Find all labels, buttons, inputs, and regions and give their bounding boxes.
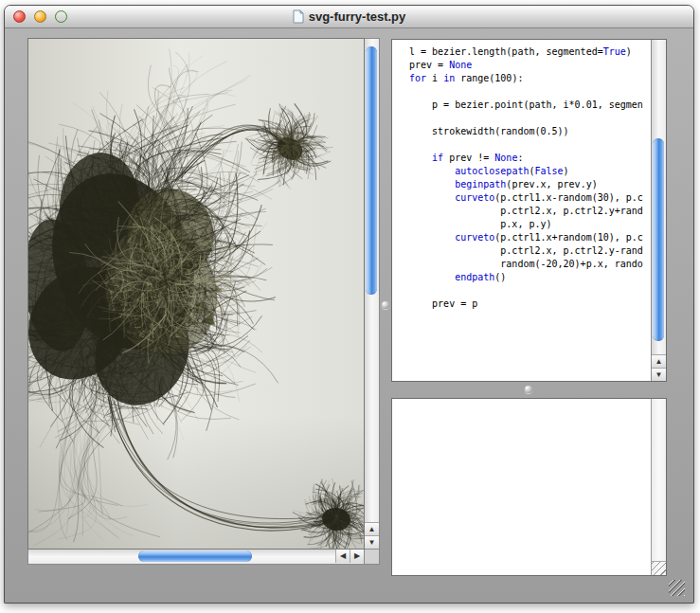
code-vscroll-thumb[interactable] — [653, 138, 664, 341]
code-editor[interactable]: l = bezier.length(path, segmented=True)p… — [392, 40, 651, 381]
output-console-pane — [391, 398, 667, 576]
code-line: for i in range(100): — [409, 72, 651, 85]
arrow-down-icon: ▼ — [368, 539, 376, 547]
artwork-view[interactable] — [27, 38, 365, 550]
canvas-vertical-scrollbar[interactable]: ▲ ▼ — [365, 38, 380, 550]
window-titlebar[interactable]: svg-furry-test.py — [5, 6, 693, 28]
window-title: svg-furry-test.py — [309, 9, 406, 24]
arrow-left-icon: ◀ — [340, 552, 346, 560]
arrow-down-icon: ▼ — [655, 371, 663, 379]
code-line: if prev != None: — [409, 152, 651, 165]
code-line: prev = None — [409, 59, 651, 72]
code-line: autoclosepath(False) — [409, 165, 651, 178]
code-line: endpath() — [409, 271, 651, 284]
pane-resize-grip[interactable] — [652, 561, 666, 575]
code-line — [409, 284, 651, 297]
artwork-canvas — [28, 39, 364, 549]
arrow-up-icon: ▲ — [655, 358, 663, 366]
code-line: p.ctrl2.x, p.ctrl2.y-rand — [409, 244, 651, 258]
code-vertical-scrollbar[interactable]: ▲ ▼ — [651, 40, 666, 381]
output-console[interactable] — [392, 399, 651, 575]
canvas-hscroll-buttons: ◀ ▶ — [335, 550, 364, 563]
code-line: curveto(p.ctrl1.x-random(30), p.c — [409, 191, 651, 205]
code-line: curveto(p.ctrl1.x+random(10), p.c — [409, 231, 651, 244]
document-icon — [293, 9, 304, 24]
canvas-vscroll-thumb[interactable] — [366, 46, 377, 295]
canvas-vscroll-buttons: ▲ ▼ — [365, 522, 379, 549]
code-line: beginpath(prev.x, prev.y) — [409, 178, 651, 191]
scroll-right-button[interactable]: ▶ — [350, 550, 364, 563]
scroll-down-button[interactable]: ▼ — [365, 535, 379, 549]
app-window: svg-furry-test.py ▲ ▼ ◀ ▶ — [4, 5, 694, 604]
canvas-hscroll-thumb[interactable] — [138, 550, 252, 562]
arrow-up-icon: ▲ — [368, 526, 376, 533]
window-title-group: svg-furry-test.py — [5, 6, 693, 27]
code-line: strokewidth(random(0.5)) — [409, 125, 651, 138]
output-vertical-scrollbar[interactable] — [651, 399, 666, 575]
scroll-up-button[interactable]: ▲ — [365, 522, 379, 535]
code-line: l = bezier.length(path, segmented=True) — [409, 45, 651, 59]
scrollbar-corner — [365, 550, 380, 565]
code-vscroll-buttons: ▲ ▼ — [652, 354, 666, 381]
code-line: random(-20,20)+p.x, rando — [409, 258, 651, 271]
code-line: p.x, p.y) — [409, 218, 651, 231]
code-line: p.ctrl2.x, p.ctrl2.y+rand — [409, 205, 651, 218]
code-line: prev = p — [409, 297, 651, 311]
arrow-right-icon: ▶ — [354, 552, 360, 560]
canvas-pane: ▲ ▼ ◀ ▶ — [27, 38, 380, 565]
code-line — [409, 138, 651, 152]
window-resize-grip[interactable] — [669, 580, 685, 596]
code-line — [409, 85, 651, 99]
code-editor-pane: l = bezier.length(path, segmented=True)p… — [391, 39, 667, 382]
scroll-up-button[interactable]: ▲ — [652, 354, 666, 368]
scroll-left-button[interactable]: ◀ — [335, 550, 350, 563]
horizontal-splitter-handle[interactable] — [525, 386, 532, 393]
code-line: p = bezier.point(path, i*0.01, segmen — [409, 99, 651, 112]
canvas-horizontal-scrollbar[interactable]: ◀ ▶ — [27, 550, 365, 565]
code-line — [409, 112, 651, 125]
desktop: svg-furry-test.py ▲ ▼ ◀ ▶ — [0, 0, 700, 613]
vertical-splitter-handle[interactable] — [382, 301, 389, 309]
scroll-down-button[interactable]: ▼ — [652, 368, 666, 381]
